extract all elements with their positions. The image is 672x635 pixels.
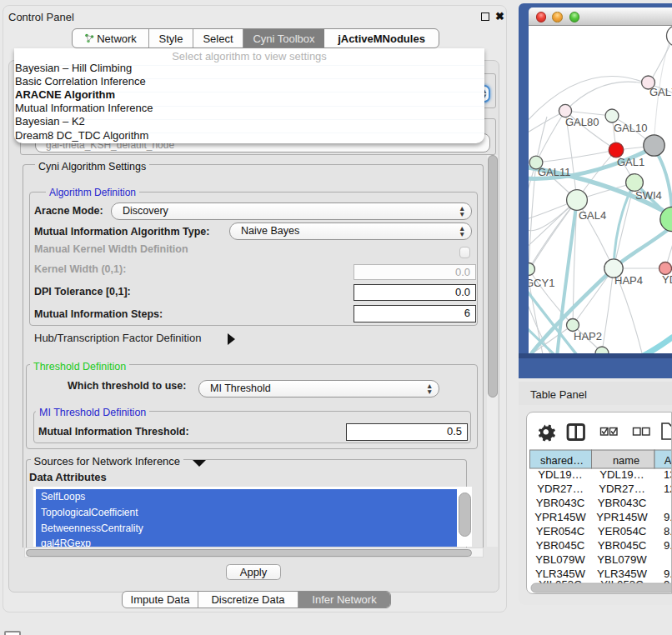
svg-text:YBL079W: YBL079W xyxy=(535,553,585,566)
svg-text:8.: 8. xyxy=(664,525,672,538)
svg-text:YBR043C: YBR043C xyxy=(598,497,647,509)
svg-text:YBR045C: YBR045C xyxy=(598,539,647,552)
svg-text:SWI4: SWI4 xyxy=(635,189,662,202)
svg-text:YDR27…: YDR27… xyxy=(537,482,584,495)
svg-text:HAP2: HAP2 xyxy=(574,330,602,342)
svg-text:9.: 9. xyxy=(664,511,672,523)
svg-text:YPR145W: YPR145W xyxy=(596,511,648,523)
svg-text:YPR145W: YPR145W xyxy=(534,511,586,523)
svg-text:12.: 12. xyxy=(664,482,672,495)
svg-text:GAL4: GAL4 xyxy=(579,209,606,222)
svg-text:YD: YD xyxy=(662,273,672,286)
svg-text:GCY1: GCY1 xyxy=(529,277,554,289)
svg-text:YDR27…: YDR27… xyxy=(599,482,645,495)
svg-text:YBR043C: YBR043C xyxy=(536,497,585,509)
svg-text:GAL10: GAL10 xyxy=(614,122,647,134)
svg-text:A: A xyxy=(664,454,672,467)
svg-text:YER054C: YER054C xyxy=(536,525,585,538)
svg-text:YBL079W: YBL079W xyxy=(597,553,647,566)
svg-text:name: name xyxy=(613,454,639,467)
svg-text:GAL7: GAL7 xyxy=(649,86,672,98)
svg-text:GAL11: GAL11 xyxy=(538,166,571,178)
svg-text:YDL19…: YDL19… xyxy=(599,468,644,481)
svg-text:GAL1: GAL1 xyxy=(617,156,644,168)
svg-text:YDL19…: YDL19… xyxy=(538,468,583,481)
svg-text:GAL80: GAL80 xyxy=(565,116,599,128)
svg-text:shared…: shared… xyxy=(540,454,584,467)
svg-text:HAP4: HAP4 xyxy=(614,274,643,287)
svg-text:9.: 9. xyxy=(664,539,672,552)
svg-text:13: 13 xyxy=(664,468,672,481)
svg-text:YBR045C: YBR045C xyxy=(536,539,585,552)
svg-text:YER054C: YER054C xyxy=(598,525,647,538)
